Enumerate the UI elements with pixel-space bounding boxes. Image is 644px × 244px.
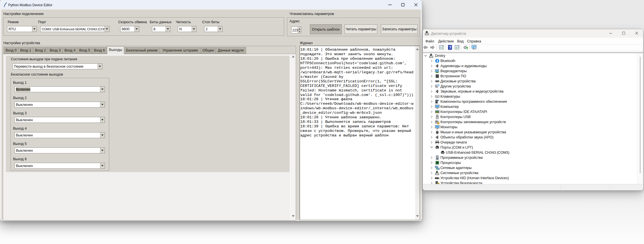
- svg-text:?: ?: [449, 45, 451, 50]
